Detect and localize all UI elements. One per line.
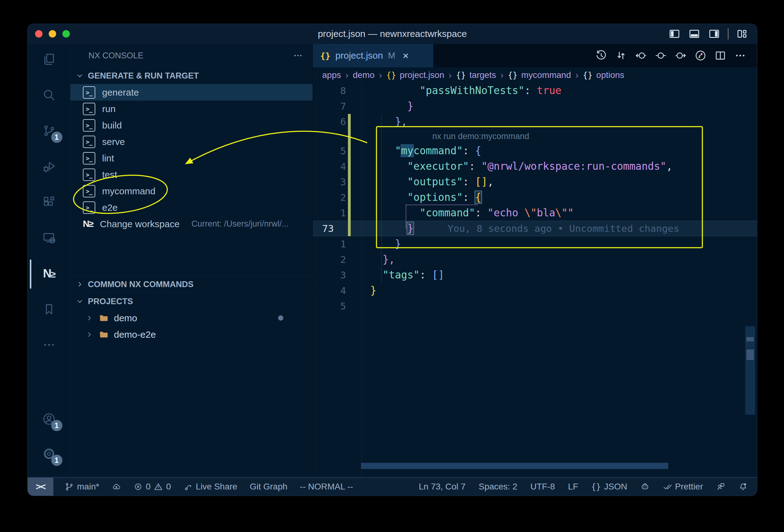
change-button[interactable] (654, 49, 667, 62)
toggle-panel-button[interactable] (688, 28, 701, 40)
status-cursor-position[interactable]: Ln 73, Col 7 (419, 482, 466, 492)
breadcrumb-item-options[interactable]: {}options (583, 70, 624, 80)
activity-item-run-debug[interactable] (39, 158, 59, 175)
target-item-serve[interactable]: >_serve (71, 134, 312, 150)
close-window-button[interactable] (35, 30, 43, 37)
code-line[interactable]: 1 } (313, 236, 757, 252)
next-change-button[interactable] (674, 49, 687, 62)
terminal-icon: >_ (83, 119, 95, 132)
remote-indicator-button[interactable]: >< (28, 478, 53, 496)
timeline-history-button[interactable] (595, 49, 608, 62)
status-vim-mode[interactable]: -- NORMAL -- (300, 482, 353, 492)
activity-item-settings[interactable]: 1 (39, 445, 59, 462)
breadcrumb-item-demo[interactable]: demo (353, 70, 374, 80)
status-feedback[interactable] (716, 482, 725, 491)
target-item-test[interactable]: >_test (71, 166, 312, 183)
customize-layout-button[interactable] (736, 28, 748, 40)
sidebar-nx-console: NX CONSOLE GENERATE & RUN TARGET >_gener… (71, 44, 313, 477)
open-changes-button[interactable] (615, 49, 627, 62)
chev-right-icon (85, 331, 93, 339)
status-language-mode[interactable]: {}JSON (591, 482, 627, 492)
code-line[interactable]: 1 "command": "echo \"bla\"" (313, 205, 757, 221)
zoom-window-button[interactable] (62, 30, 70, 37)
code-line[interactable]: 8 "passWithNoTests": true (313, 83, 757, 99)
target-item-lint[interactable]: >_lint (71, 150, 312, 166)
code-line[interactable]: 2 }, (313, 252, 757, 267)
layout-controls (668, 24, 748, 44)
status-formatter[interactable]: Prettier (663, 482, 703, 492)
gitlens-graph-button[interactable] (694, 49, 707, 62)
breadcrumb-item-apps[interactable]: apps (322, 70, 341, 80)
codelens-link[interactable]: nx run demo:mycommand (364, 132, 529, 141)
toggle-secondary-sidebar-button[interactable] (708, 28, 720, 40)
nx-icon: N≥ (43, 267, 55, 280)
branch-icon (64, 482, 74, 491)
code-line[interactable]: 3 "tags": [] (313, 267, 757, 283)
section-projects[interactable]: PROJECTS (71, 293, 312, 310)
code-line[interactable]: 5 "mycommand": { (313, 143, 757, 159)
breadcrumb-item-mycommand[interactable]: {}mycommand (508, 70, 571, 80)
json-symbol-icon: {} (456, 71, 466, 80)
tab-bar: {} project.json M × (313, 44, 757, 67)
titlebar[interactable]: project.json — newnxreactwrkspace (28, 24, 757, 44)
activity-item-more[interactable] (39, 336, 59, 353)
activity-item-nx-console[interactable]: N≥ (39, 265, 59, 282)
change-workspace[interactable]: N≥ Change workspace Current: /Users/juri… (71, 216, 312, 232)
code-line[interactable]: 5 (313, 298, 757, 314)
code-line[interactable]: 3 "outputs": [], (313, 174, 757, 190)
code-line[interactable]: 4 "executor": "@nrwl/workspace:run-comma… (313, 159, 757, 174)
section-generate-run-target[interactable]: GENERATE & RUN TARGET (71, 67, 312, 84)
project-item-demo-e2e[interactable]: demo-e2e (71, 326, 312, 343)
split-editor-button[interactable] (714, 49, 727, 62)
tab-close-button[interactable]: × (402, 50, 409, 61)
activity-item-accounts[interactable]: 1 (39, 411, 59, 427)
tab-project-json[interactable]: {} project.json M × (313, 44, 433, 67)
breadcrumb-item-targets[interactable]: {}targets (456, 70, 496, 80)
target-item-run[interactable]: >_run (71, 101, 312, 117)
target-item-generate[interactable]: >_generate (71, 84, 312, 101)
activity-item-search[interactable] (39, 87, 59, 103)
code-line[interactable]: 7 } (313, 99, 757, 114)
status-problems[interactable]: 00 (134, 482, 171, 492)
target-label: lint (102, 153, 114, 164)
activity-item-explorer[interactable] (39, 51, 59, 68)
code-line[interactable]: 73 }You, 8 seconds ago • Uncommitted cha… (313, 221, 757, 236)
sidebar-more-actions-button[interactable] (293, 50, 303, 61)
status-eol[interactable]: LF (568, 482, 578, 492)
status-encoding[interactable]: UTF-8 (530, 482, 555, 492)
toggle-primary-sidebar-button[interactable] (668, 28, 681, 40)
horizontal-scrollbar[interactable] (361, 463, 668, 469)
code-editor[interactable]: 8 "passWithNoTests": true7 }6 },nx run d… (313, 83, 757, 477)
liveshare-icon (184, 482, 193, 491)
overview-ruler-mark (747, 349, 754, 360)
target-item-build[interactable]: >_build (71, 117, 312, 134)
activity-item-bookmarks[interactable] (39, 301, 59, 317)
activity-item-source-control[interactable]: 1 (39, 122, 59, 139)
code-line[interactable]: 2 "options": { (313, 190, 757, 205)
status-bar: >< main*00Live ShareGit Graph-- NORMAL -… (28, 477, 757, 496)
status-notifications[interactable] (738, 482, 748, 491)
line-number: 5 (340, 301, 346, 312)
breadcrumb-item-project.json[interactable]: {}project.json (386, 70, 444, 80)
code-line[interactable]: 6 }, (313, 114, 757, 130)
window-title: project.json — newnxreactwrkspace (28, 29, 757, 39)
status-branch[interactable]: main* (64, 482, 99, 492)
titlebar-separator (728, 28, 728, 39)
activity-item-extensions[interactable] (39, 194, 59, 211)
activity-item-remote-explorer[interactable] (39, 229, 59, 246)
previous-change-button[interactable] (635, 49, 647, 62)
status-copilot[interactable] (640, 482, 650, 491)
more-actions-button[interactable] (734, 49, 747, 62)
minimize-window-button[interactable] (49, 30, 56, 37)
status-live-share[interactable]: Live Share (184, 482, 237, 492)
modified-indicator (348, 159, 351, 174)
status-indentation[interactable]: Spaces: 2 (479, 482, 517, 492)
status-sync[interactable] (112, 482, 121, 491)
section-common-nx-commands[interactable]: COMMON NX COMMANDS (71, 276, 312, 293)
target-item-mycommand[interactable]: >_mycommand (71, 183, 312, 199)
target-item-e2e[interactable]: >_e2e (71, 199, 312, 216)
bookmark-icon (42, 302, 56, 316)
status-git-graph[interactable]: Git Graph (250, 482, 287, 492)
project-item-demo[interactable]: demo (71, 310, 312, 326)
code-line[interactable]: 4} (313, 283, 757, 298)
